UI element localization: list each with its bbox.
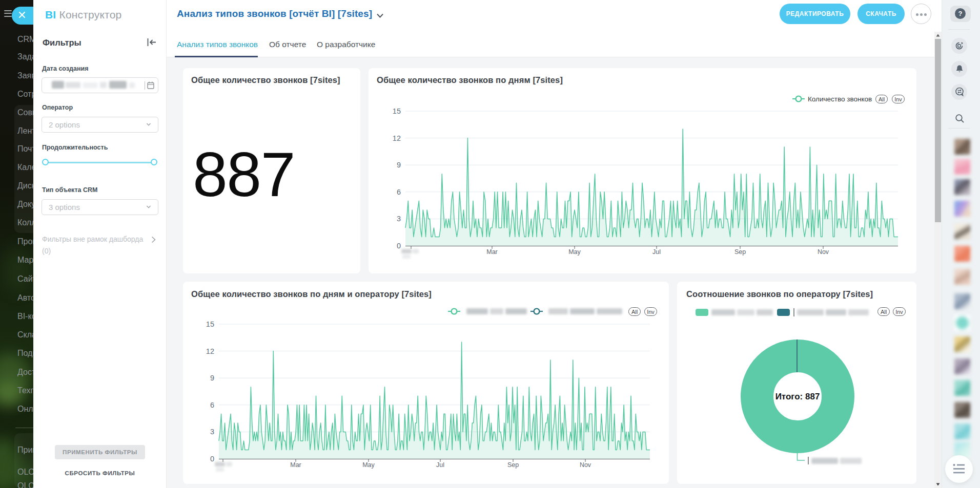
svg-text:Nov: Nov bbox=[580, 461, 591, 469]
svg-text:12: 12 bbox=[206, 347, 214, 355]
svg-text:Jul: Jul bbox=[652, 248, 661, 256]
svg-text:9: 9 bbox=[397, 161, 401, 169]
svg-text:3: 3 bbox=[397, 215, 401, 223]
svg-text:Sep: Sep bbox=[734, 248, 746, 256]
svg-text:3: 3 bbox=[210, 428, 214, 436]
svg-text:Nov: Nov bbox=[818, 248, 829, 256]
svg-text:Mar: Mar bbox=[290, 461, 301, 469]
svg-text:May: May bbox=[568, 248, 581, 256]
svg-text:15: 15 bbox=[393, 107, 401, 115]
svg-text:6: 6 bbox=[210, 401, 214, 409]
svg-text:12: 12 bbox=[393, 134, 401, 142]
svg-text:Sep: Sep bbox=[507, 461, 519, 469]
svg-text:15: 15 bbox=[206, 320, 214, 328]
svg-text:Количество звонков: Количество звонков bbox=[808, 95, 872, 103]
svg-text:9: 9 bbox=[210, 374, 214, 382]
svg-text:Итого: 887: Итого: 887 bbox=[775, 392, 820, 401]
svg-text:Jul: Jul bbox=[436, 461, 444, 469]
svg-text:6: 6 bbox=[397, 188, 401, 196]
svg-text:0: 0 bbox=[397, 242, 401, 250]
svg-text:Mar: Mar bbox=[486, 248, 498, 256]
svg-text:May: May bbox=[362, 461, 375, 469]
svg-text:0: 0 bbox=[210, 455, 214, 463]
